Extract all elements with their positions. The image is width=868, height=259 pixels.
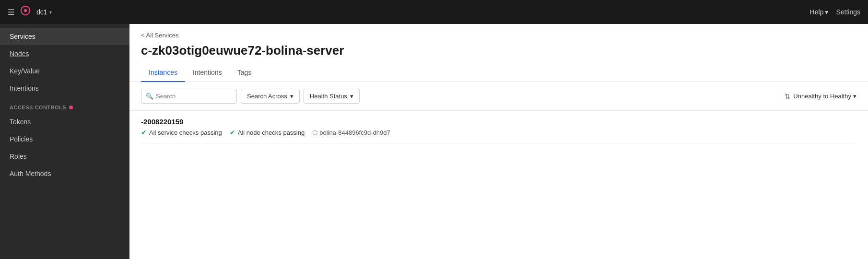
sidebar-item-auth-methods[interactable]: Auth Methods (0, 165, 129, 182)
health-status-dropdown[interactable]: Health Status ▾ (304, 89, 360, 104)
node-check-icon: ✔ (230, 129, 235, 136)
breadcrumb: < All Services (129, 24, 868, 39)
node-checks-badge: ✔ All node checks passing (230, 129, 305, 136)
service-checks-badge: ✔ All service checks passing (141, 129, 222, 136)
help-chevron-icon: ▾ (825, 8, 828, 16)
table-row: -2008220159 ✔ All service checks passing… (141, 111, 856, 143)
filter-bar: 🔍 Search Across ▾ Health Status ▾ ⇅ Unhe… (129, 82, 868, 111)
search-across-dropdown[interactable]: Search Across ▾ (241, 89, 300, 104)
sidebar-item-intentions[interactable]: Intentions (0, 80, 129, 97)
access-controls-dot (69, 106, 73, 109)
nav-right: Help ▾ Settings (810, 8, 860, 16)
breadcrumb-link[interactable]: < All Services (141, 32, 178, 39)
search-across-chevron-icon: ▾ (290, 93, 293, 100)
tabs-bar: Instances Intentions Tags (129, 64, 868, 82)
settings-button[interactable]: Settings (836, 8, 860, 16)
hamburger-icon[interactable]: ☰ (8, 8, 14, 17)
help-menu[interactable]: Help ▾ (810, 8, 829, 16)
tab-instances[interactable]: Instances (141, 64, 185, 82)
instance-id[interactable]: -2008220159 (141, 118, 856, 126)
search-icon: 🔍 (146, 93, 153, 100)
sidebar-item-services[interactable]: Services (0, 28, 129, 45)
access-controls-label: ACCESS CONTROLS (0, 97, 129, 113)
app-body: Services Nodes Key/Value Intentions ACCE… (0, 24, 868, 259)
filter-right: ⇅ Unhealthy to Healthy ▾ (785, 93, 856, 100)
sidebar-item-nodes[interactable]: Nodes (0, 45, 129, 62)
service-check-icon: ✔ (141, 129, 147, 136)
svg-point-1 (24, 9, 27, 12)
node-link-icon: ⬡ (312, 129, 317, 136)
instance-list: -2008220159 ✔ All service checks passing… (129, 111, 868, 143)
page-title: c-zk03otig0euwue72-bolina-server (141, 43, 856, 58)
sidebar-item-roles[interactable]: Roles (0, 148, 129, 165)
health-status-chevron-icon: ▾ (350, 93, 353, 100)
sidebar-item-tokens[interactable]: Tokens (0, 113, 129, 130)
sort-chevron-icon: ▾ (853, 93, 856, 100)
sidebar-item-keyvalue[interactable]: Key/Value (0, 62, 129, 80)
instance-badges: ✔ All service checks passing ✔ All node … (141, 129, 856, 136)
dc-label: dc1 (36, 8, 47, 16)
page-header: c-zk03otig0euwue72-bolina-server (129, 39, 868, 58)
dc-chevron-icon: ▾ (49, 10, 52, 15)
search-input[interactable] (141, 89, 237, 104)
sort-icon: ⇅ (785, 93, 790, 100)
sort-button[interactable]: Unhealthy to Healthy ▾ (793, 93, 856, 100)
node-link[interactable]: ⬡ bolina-844896fc9d-dh9d7 (312, 129, 390, 136)
dc-selector[interactable]: dc1 ▾ (36, 8, 52, 16)
sidebar-item-policies[interactable]: Policies (0, 130, 129, 148)
main-content: < All Services c-zk03otig0euwue72-bolina… (129, 24, 868, 259)
top-nav: ☰ dc1 ▾ Help ▾ Settings (0, 0, 868, 24)
search-wrapper: 🔍 (141, 89, 237, 104)
tab-tags[interactable]: Tags (230, 64, 259, 82)
consul-logo[interactable] (20, 5, 31, 19)
sidebar: Services Nodes Key/Value Intentions ACCE… (0, 24, 129, 259)
tab-intentions[interactable]: Intentions (185, 64, 230, 82)
